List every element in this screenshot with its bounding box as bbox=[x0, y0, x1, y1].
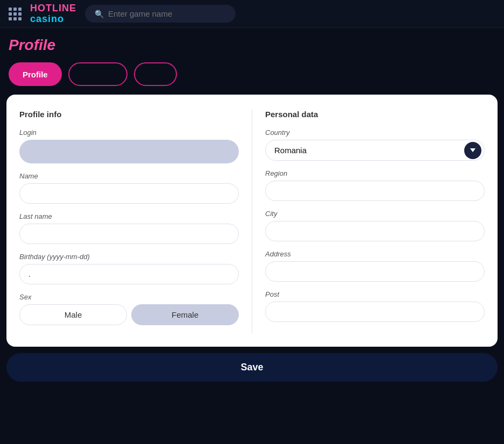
personal-data-title: Personal data bbox=[265, 110, 485, 119]
lastname-input[interactable] bbox=[19, 224, 239, 244]
personal-data-section: Personal data Country Romania Germany Fr… bbox=[265, 110, 485, 334]
profile-info-section: Profile info Login Name Last name Birthd… bbox=[19, 110, 239, 334]
lastname-field-group: Last name bbox=[19, 212, 239, 244]
tab-3[interactable] bbox=[134, 62, 177, 86]
city-label: City bbox=[265, 210, 485, 218]
tab-2[interactable] bbox=[68, 62, 127, 86]
search-bar[interactable]: 🔍 bbox=[85, 5, 236, 23]
birthday-label: Birthday (yyyy-mm-dd) bbox=[19, 253, 239, 261]
country-select-wrap: Romania Germany France Italy Spain bbox=[265, 140, 485, 161]
post-input[interactable] bbox=[265, 302, 485, 322]
name-input[interactable] bbox=[19, 183, 239, 204]
header: HOTLINE casino 🔍 bbox=[0, 0, 504, 28]
logo: HOTLINE casino bbox=[30, 3, 76, 25]
sex-female-button[interactable]: Female bbox=[131, 304, 239, 325]
login-label: Login bbox=[19, 128, 239, 137]
tab-profile[interactable]: Profile bbox=[9, 62, 62, 86]
page-title: Profile bbox=[9, 37, 495, 54]
birthday-input[interactable] bbox=[19, 264, 239, 284]
form-card: Profile info Login Name Last name Birthd… bbox=[6, 95, 498, 347]
save-button[interactable]: Save bbox=[6, 353, 498, 382]
city-field-group: City bbox=[265, 210, 485, 241]
sex-label: Sex bbox=[19, 293, 239, 301]
country-label: Country bbox=[265, 128, 485, 137]
post-field-group: Post bbox=[265, 290, 485, 322]
address-input[interactable] bbox=[265, 261, 485, 282]
tab-bar: Profile bbox=[0, 58, 504, 95]
search-icon: 🔍 bbox=[95, 10, 104, 18]
region-input[interactable] bbox=[265, 181, 485, 201]
name-label: Name bbox=[19, 172, 239, 180]
login-display bbox=[19, 140, 239, 163]
section-divider bbox=[252, 110, 252, 334]
address-field-group: Address bbox=[265, 250, 485, 282]
region-label: Region bbox=[265, 169, 485, 177]
login-field-group: Login bbox=[19, 128, 239, 163]
sex-male-button[interactable]: Male bbox=[19, 304, 127, 325]
region-field-group: Region bbox=[265, 169, 485, 201]
city-input[interactable] bbox=[265, 221, 485, 241]
country-select[interactable]: Romania Germany France Italy Spain bbox=[265, 140, 485, 161]
profile-info-title: Profile info bbox=[19, 110, 239, 119]
birthday-field-group: Birthday (yyyy-mm-dd) bbox=[19, 253, 239, 284]
sex-toggle: Male Female bbox=[19, 304, 239, 325]
country-field-group: Country Romania Germany France Italy Spa… bbox=[265, 128, 485, 161]
name-field-group: Name bbox=[19, 172, 239, 204]
search-input[interactable] bbox=[108, 9, 226, 18]
sex-field-group: Sex Male Female bbox=[19, 293, 239, 325]
post-label: Post bbox=[265, 290, 485, 298]
page-title-area: Profile bbox=[0, 28, 504, 58]
address-label: Address bbox=[265, 250, 485, 258]
grid-menu-icon[interactable] bbox=[9, 8, 22, 20]
lastname-label: Last name bbox=[19, 212, 239, 220]
